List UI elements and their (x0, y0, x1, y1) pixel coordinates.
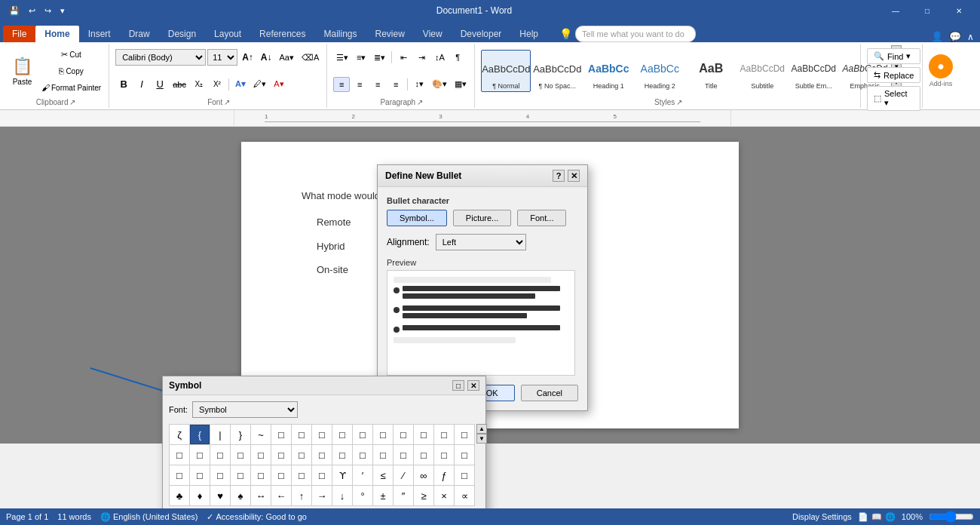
sym-cell-up[interactable]: ↑ (292, 486, 311, 505)
show-marks-button[interactable]: ¶ (449, 50, 466, 65)
underline-button[interactable]: U (152, 77, 168, 92)
tab-mailings[interactable]: Mailings (314, 26, 366, 42)
tab-insert[interactable]: Insert (79, 26, 120, 42)
more-icon[interactable]: ▾ (57, 5, 68, 17)
ribbon-collapse-icon[interactable]: ∧ (967, 32, 974, 42)
sym-cell-r2c9[interactable]: □ (332, 445, 352, 465)
sym-cell-r2c5[interactable]: □ (251, 445, 271, 465)
picture-button[interactable]: Picture... (453, 210, 511, 226)
tab-design[interactable]: Design (159, 26, 205, 42)
sym-cell-r1c15[interactable]: □ (455, 425, 474, 444)
sym-cell-r3c15[interactable]: □ (455, 465, 474, 485)
change-case-button[interactable]: Aa▾ (276, 50, 296, 65)
save-icon[interactable]: 💾 (6, 5, 23, 17)
paste-button[interactable]: 📋 Paste (8, 50, 37, 92)
copy-button[interactable]: ⎘ Copy (38, 63, 104, 78)
sym-cell-r3c7[interactable]: □ (292, 465, 311, 485)
line-spacing-button[interactable]: ↕▾ (411, 77, 427, 92)
increase-indent-button[interactable]: ⇥ (413, 50, 430, 65)
symbol-maximize-button[interactable]: □ (452, 380, 464, 391)
borders-button[interactable]: ▦▾ (452, 77, 470, 92)
sym-cell-heart[interactable]: ♥ (210, 486, 230, 505)
font-size-select[interactable]: 11 (207, 49, 237, 66)
sym-cell-r2c14[interactable]: □ (434, 445, 454, 465)
sym-cell-times[interactable]: × (434, 486, 454, 505)
sym-cell-dquote[interactable]: ″ (394, 486, 413, 505)
sym-cell-right[interactable]: → (312, 486, 332, 505)
sym-cell-r1c10[interactable]: □ (353, 425, 372, 444)
cut-button[interactable]: ✂ Cut (38, 47, 104, 62)
tab-references[interactable]: References (250, 26, 314, 42)
format-painter-button[interactable]: 🖌 Format Painter (38, 80, 104, 95)
decrease-indent-button[interactable]: ⇤ (395, 50, 412, 65)
minimize-button[interactable]: — (880, 0, 911, 21)
sym-cell-pipe[interactable]: | (210, 425, 230, 444)
sym-cell-rbrace[interactable]: } (231, 425, 250, 444)
sort-button[interactable]: ↕A (431, 50, 448, 65)
sym-cell-r1c8[interactable]: □ (312, 425, 332, 444)
display-settings[interactable]: Display Settings (792, 512, 852, 521)
sym-cell-r2c1[interactable]: □ (170, 445, 189, 465)
sym-cell-r2c6[interactable]: □ (271, 445, 291, 465)
sym-scroll-up[interactable]: ▲ (476, 424, 487, 434)
sym-cell-r1c7[interactable]: □ (292, 425, 311, 444)
numbering-button[interactable]: ≡▾ (353, 50, 369, 65)
style-subtitle[interactable]: AaBbCcDd Subtitle (737, 50, 787, 92)
sym-cell-spade[interactable]: ♠ (231, 486, 250, 505)
alignment-select[interactable]: Left Center Right (436, 234, 526, 250)
sym-cell-r3c3[interactable]: □ (210, 465, 230, 485)
sym-cell-club[interactable]: ♣ (170, 486, 189, 505)
sym-cell-tilde[interactable]: ~ (251, 425, 271, 444)
sym-cell-r2c12[interactable]: □ (394, 445, 413, 465)
tab-developer[interactable]: Developer (452, 26, 511, 42)
sym-cell-r2c10[interactable]: □ (353, 445, 372, 465)
align-left-button[interactable]: ≡ (333, 77, 350, 92)
tab-home[interactable]: Home (35, 26, 78, 42)
sym-cell-plusminus[interactable]: ± (373, 486, 393, 505)
strikethrough-button[interactable]: abc (170, 77, 189, 92)
sym-cell-diamond[interactable]: ♦ (190, 486, 210, 505)
style-normal[interactable]: AaBbCcDd ¶ Normal (481, 50, 531, 92)
zoom-slider[interactable] (929, 511, 974, 523)
style-subtle-em[interactable]: AaBbCcDd Subtle Em... (789, 50, 838, 92)
sym-cell-r3c12[interactable]: ∕ (394, 465, 413, 485)
sym-cell-r3c6[interactable]: □ (271, 465, 291, 485)
comments-icon[interactable]: 💬 (949, 31, 961, 42)
tab-draw[interactable]: Draw (120, 26, 159, 42)
grow-font-button[interactable]: A↑ (239, 50, 256, 65)
sym-cell-r3c8[interactable]: □ (312, 465, 332, 485)
tab-review[interactable]: Review (366, 26, 414, 42)
align-center-button[interactable]: ≡ (351, 77, 368, 92)
sym-cell-r3c5[interactable]: □ (251, 465, 271, 485)
web-layout-icon[interactable]: 🌐 (885, 512, 896, 522)
sym-cell-r1c11[interactable]: □ (373, 425, 393, 444)
sym-cell-r1c9[interactable]: □ (332, 425, 352, 444)
find-button[interactable]: 🔍 Find ▾ (867, 48, 920, 64)
justify-button[interactable]: ≡ (387, 77, 404, 92)
align-right-button[interactable]: ≡ (369, 77, 386, 92)
style-no-spacing[interactable]: AaBbCcDd ¶ No Spac... (532, 50, 582, 92)
replace-button[interactable]: ⇆ Replace (867, 67, 920, 83)
sym-cell-r2c3[interactable]: □ (210, 445, 230, 465)
sym-cell-r3c9[interactable]: ϒ (332, 465, 352, 485)
sym-cell-r2c13[interactable]: □ (414, 445, 433, 465)
symbol-button[interactable]: Symbol... (387, 210, 447, 226)
sym-cell-r3c14[interactable]: ƒ (434, 465, 454, 485)
define-bullet-cancel-button[interactable]: Cancel (521, 385, 578, 401)
style-h2[interactable]: AaBbCc Heading 2 (635, 50, 684, 92)
define-bullet-help-button[interactable]: ? (553, 170, 565, 182)
tab-file[interactable]: File (3, 26, 35, 42)
sym-cell-r2c8[interactable]: □ (312, 445, 332, 465)
define-bullet-close-button[interactable]: ✕ (568, 170, 580, 182)
shrink-font-button[interactable]: A↓ (258, 50, 275, 65)
sym-cell-r2c15[interactable]: □ (455, 445, 474, 465)
sym-cell-r2c7[interactable]: □ (292, 445, 311, 465)
sym-scroll-down[interactable]: ▼ (476, 434, 487, 444)
superscript-button[interactable]: X² (209, 77, 225, 92)
sym-cell-lbrace[interactable]: { (190, 425, 210, 444)
close-button[interactable]: ✕ (944, 0, 974, 21)
sym-cell-geq[interactable]: ≥ (414, 486, 433, 505)
symbol-close-button[interactable]: ✕ (467, 380, 479, 391)
sym-cell-r2c2[interactable]: □ (190, 445, 210, 465)
sym-cell-r3c13[interactable]: ∞ (414, 465, 433, 485)
